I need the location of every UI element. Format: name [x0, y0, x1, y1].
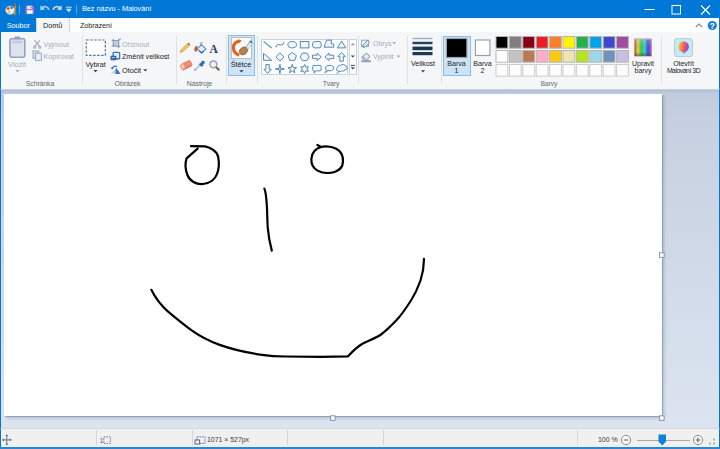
- svg-text:1: 1: [100, 436, 104, 445]
- svg-text:A: A: [209, 43, 218, 55]
- svg-text:?: ?: [710, 22, 715, 31]
